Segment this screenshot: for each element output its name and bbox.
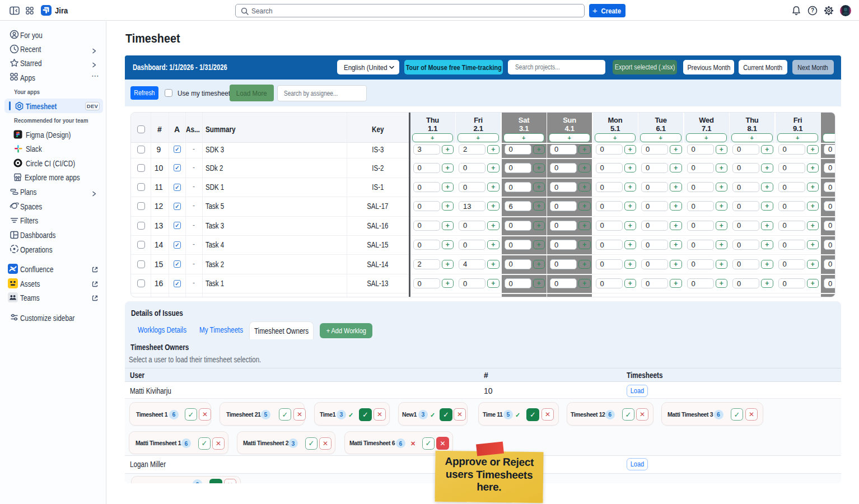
svg-text:?: ?	[811, 7, 814, 13]
